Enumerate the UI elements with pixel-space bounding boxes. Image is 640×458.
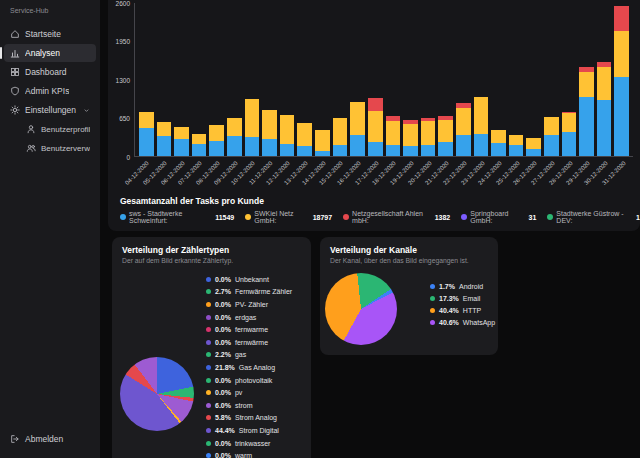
bar[interactable] — [139, 3, 154, 156]
bar[interactable] — [174, 3, 189, 156]
pie-legend-label: photovoltaik — [235, 377, 272, 384]
legend-value: 18797 — [313, 214, 332, 221]
bar[interactable] — [192, 3, 207, 156]
bar[interactable] — [386, 3, 401, 156]
pie-legend-item[interactable]: 1.7%Android — [430, 280, 495, 292]
bar[interactable] — [491, 3, 506, 156]
bar[interactable] — [403, 3, 418, 156]
pie-legend-label: gas — [235, 351, 246, 358]
pie-legend-item[interactable]: 0.0%photovoltaik — [206, 374, 292, 387]
sidebar-item-analysen[interactable]: Analysen — [4, 44, 96, 62]
pie-legend-item[interactable]: 0.0%fernwarme — [206, 323, 292, 336]
bar[interactable] — [438, 3, 453, 156]
pie-legend-item[interactable]: 0.0%PV- Zähler — [206, 298, 292, 311]
pie-legend-item[interactable]: 0.0%Unbekannt — [206, 273, 292, 286]
pie-legend-item[interactable]: 0.0%pv — [206, 386, 292, 399]
bar[interactable] — [280, 3, 295, 156]
pie-legend-item[interactable]: 0.0%warm — [206, 449, 292, 458]
bar[interactable] — [227, 3, 242, 156]
bar[interactable] — [315, 3, 330, 156]
legend-dot — [245, 214, 251, 220]
bar[interactable] — [350, 3, 365, 156]
bar[interactable] — [526, 3, 541, 156]
bar[interactable] — [333, 3, 348, 156]
bar[interactable] — [297, 3, 312, 156]
pie-legend-item[interactable]: 40.6%WhatsApp — [430, 316, 495, 328]
bar-segment — [509, 135, 524, 145]
pie-legend-pct: 17.3% — [439, 295, 459, 302]
bar[interactable] — [597, 3, 612, 156]
pie-legend-dot — [206, 352, 211, 357]
pie-legend-dot — [430, 284, 435, 289]
bar[interactable] — [579, 3, 594, 156]
bar-segment — [456, 108, 471, 134]
kanaele-pie[interactable] — [325, 273, 397, 345]
logout-button[interactable]: Abmelden — [0, 430, 100, 448]
legend-item[interactable]: Stadtwerke Güstrow - DEV:1 — [547, 210, 640, 224]
bar[interactable] — [544, 3, 559, 156]
chart-title: Gesamtanzahl der Tasks pro Kunde — [120, 196, 264, 206]
bar-segment — [421, 121, 436, 145]
bar[interactable] — [421, 3, 436, 156]
y-tick-label: 2600 — [108, 0, 130, 7]
sidebar-item-einstellungen[interactable]: Einstellungen — [4, 101, 96, 119]
pie-legend-dot — [206, 378, 211, 383]
pie-legend-item[interactable]: 2.7%Fernwärme Zähler — [206, 286, 292, 299]
pie-legend-pct: 0.0% — [215, 377, 231, 384]
sidebar-item-admin-kpis[interactable]: Admin KPIs — [4, 82, 96, 100]
sidebar-item-dashboard[interactable]: Dashboard — [4, 63, 96, 81]
pie-legend-item[interactable]: 5.8%Strom Analog — [206, 412, 292, 425]
logout-icon — [10, 434, 20, 444]
pie-legend-item[interactable]: 21.8%Gas Analog — [206, 361, 292, 374]
legend-item[interactable]: Springboard GmbH:31 — [461, 210, 536, 224]
y-tick-label: 1950 — [108, 38, 130, 45]
pie-legend-dot — [206, 340, 211, 345]
bar[interactable] — [456, 3, 471, 156]
app-root: Service-Hub StartseiteAnalysenDashboardA… — [0, 0, 640, 458]
pie-legend-dot — [206, 428, 211, 433]
bar-segment — [421, 145, 436, 156]
bar-segment — [209, 125, 224, 141]
sidebar-item-benutzerprofil[interactable]: Benutzerprofil — [20, 120, 96, 138]
bar[interactable] — [209, 3, 224, 156]
sidebar-item-label: Benutzerverwaltu… — [41, 144, 90, 153]
pie-legend-pct: 5.8% — [215, 414, 231, 421]
bar-segment — [297, 146, 312, 156]
bar[interactable] — [368, 3, 383, 156]
main-content: 0650130019502600 04-12-202005-12-202006-… — [100, 0, 640, 458]
sidebar-item-startseite[interactable]: Startseite — [4, 25, 96, 43]
legend-item[interactable]: SWKiel Netz GmbH:18797 — [245, 210, 332, 224]
bar[interactable] — [562, 3, 577, 156]
bar[interactable] — [157, 3, 172, 156]
legend-item[interactable]: Netzgesellschaft Ahlen mbH:1382 — [343, 210, 450, 224]
bar-segment — [386, 121, 401, 145]
pie-legend-item[interactable]: 2.2%gas — [206, 349, 292, 362]
bar-segment — [174, 139, 189, 156]
bar[interactable] — [245, 3, 260, 156]
pie-legend-label: Unbekannt — [235, 276, 269, 283]
sidebar-item-benutzerverwaltung[interactable]: Benutzerverwaltu… — [20, 139, 96, 157]
pie-legend-item[interactable]: 40.4%HTTP — [430, 304, 495, 316]
pie-legend-item[interactable]: 0.0%fernwärme — [206, 336, 292, 349]
pie-legend-item[interactable]: 0.0%trinkwasser — [206, 437, 292, 450]
pie-legend-item[interactable]: 0.0%erdgas — [206, 311, 292, 324]
bar-segment — [280, 115, 295, 145]
bar[interactable] — [262, 3, 277, 156]
pie-legend-label: PV- Zähler — [235, 301, 268, 308]
users-icon — [26, 143, 36, 153]
bar[interactable] — [474, 3, 489, 156]
bar[interactable] — [614, 3, 629, 156]
pie-legend-label: Strom Analog — [235, 414, 277, 421]
pie-legend-label: HTTP — [463, 307, 481, 314]
pie-legend-pct: 40.4% — [439, 307, 459, 314]
pie-legend-pct: 6.0% — [215, 402, 231, 409]
pie-legend-item[interactable]: 17.3%Email — [430, 292, 495, 304]
pie-legend-item[interactable]: 44.4%Strom Digital — [206, 424, 292, 437]
zaehlertypen-pie[interactable] — [120, 357, 194, 431]
legend-item[interactable]: sws - Stadtwerke Schweinfurt:11549 — [120, 210, 234, 224]
pie-legend-pct: 44.4% — [215, 427, 235, 434]
pie-legend-item[interactable]: 6.0%strom — [206, 399, 292, 412]
bar[interactable] — [509, 3, 524, 156]
bar-segment — [597, 100, 612, 156]
pie-legend-dot — [430, 296, 435, 301]
